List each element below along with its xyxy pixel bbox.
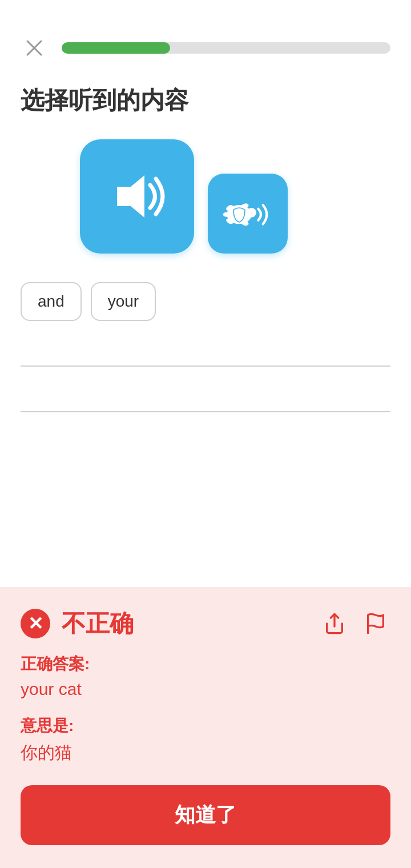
share-button[interactable] (320, 609, 349, 638)
correct-answer-value: your cat (21, 680, 390, 699)
meaning-value: 你的猫 (21, 741, 390, 765)
word-chip-your[interactable]: your (91, 282, 156, 321)
audio-buttons-area (0, 134, 411, 276)
answer-lines (0, 321, 411, 412)
svg-marker-2 (117, 175, 144, 218)
error-icon-circle: ✕ (21, 609, 50, 638)
result-actions (320, 609, 390, 638)
meaning-label: 意思是: (21, 715, 390, 737)
answer-line-1 (21, 332, 390, 367)
svg-point-9 (223, 212, 231, 217)
result-header: ✕ 不正确 (21, 608, 390, 640)
progress-bar (62, 42, 390, 54)
flag-button[interactable] (361, 609, 390, 638)
correct-answer-label: 正确答案: (21, 653, 390, 675)
flag-icon (364, 612, 387, 635)
speaker-icon (106, 165, 168, 228)
normal-speed-audio-button[interactable] (80, 139, 194, 254)
progress-bar-fill (62, 42, 170, 54)
error-x-mark: ✕ (28, 614, 43, 633)
result-left: ✕ 不正确 (21, 608, 134, 640)
result-panel: ✕ 不正确 正确答案: your cat 意思是: 你的猫 知道了 (0, 587, 411, 868)
slow-speed-audio-button[interactable] (208, 174, 288, 254)
word-choices-area: and your (0, 276, 411, 321)
share-icon (323, 612, 346, 635)
word-chip-and[interactable]: and (21, 282, 82, 321)
page-title: 选择听到的内容 (0, 73, 411, 134)
svg-point-4 (247, 208, 256, 218)
got-it-button[interactable]: 知道了 (21, 785, 390, 845)
header (0, 0, 411, 73)
turtle-speaker-icon (219, 191, 276, 236)
close-icon (24, 38, 45, 58)
result-title: 不正确 (62, 608, 134, 640)
answer-line-2 (21, 378, 390, 412)
close-button[interactable] (21, 34, 48, 62)
